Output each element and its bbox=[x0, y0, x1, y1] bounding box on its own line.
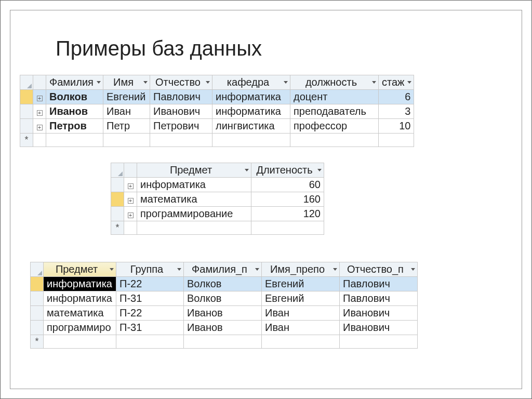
table-row[interactable]: + Волков Евгений Павлович информатика до… bbox=[20, 90, 414, 104]
col-patronym[interactable]: Отчество bbox=[150, 75, 212, 90]
cell[interactable]: Иванов bbox=[184, 306, 262, 321]
row-selector[interactable] bbox=[20, 90, 33, 104]
row-selector[interactable] bbox=[20, 119, 33, 134]
col-position[interactable]: должность bbox=[290, 75, 379, 90]
col-seniority[interactable]: стаж bbox=[379, 75, 414, 90]
table-row[interactable]: информатика П-31 Волков Евгений Павлович bbox=[31, 291, 418, 306]
cell[interactable]: Иванович bbox=[340, 306, 418, 321]
cell[interactable]: доцент bbox=[290, 90, 379, 104]
new-row[interactable]: * bbox=[111, 221, 324, 235]
cell[interactable]: преподаватель bbox=[290, 104, 379, 119]
cell[interactable]: П-31 bbox=[116, 321, 184, 335]
cell[interactable]: Волков bbox=[184, 291, 262, 306]
cell[interactable]: 3 bbox=[379, 104, 414, 119]
cell[interactable]: Павлович bbox=[340, 277, 418, 291]
chevron-down-icon[interactable] bbox=[143, 80, 148, 85]
cell[interactable]: математика bbox=[137, 192, 251, 207]
cell[interactable]: информатика bbox=[212, 104, 290, 119]
cell[interactable]: Петров bbox=[46, 119, 103, 134]
col-subject[interactable]: Предмет bbox=[137, 163, 251, 178]
col-firstname[interactable]: Имя bbox=[103, 75, 150, 90]
cell[interactable]: Иван bbox=[103, 104, 150, 119]
table-row[interactable]: + Иванов Иван Иванович информатика препо… bbox=[20, 104, 414, 119]
expand-button[interactable]: + bbox=[33, 119, 46, 134]
cell[interactable]: информатика bbox=[137, 178, 251, 192]
cell[interactable]: 6 bbox=[379, 90, 414, 104]
cell-selected[interactable]: информатика bbox=[44, 277, 116, 291]
cell[interactable]: Иванов bbox=[184, 321, 262, 335]
row-selector[interactable] bbox=[31, 321, 44, 335]
cell[interactable]: Евгений bbox=[262, 277, 340, 291]
cell[interactable]: Павлович bbox=[150, 90, 212, 104]
cell[interactable]: П-31 bbox=[116, 291, 184, 306]
table-row[interactable]: информатика П-22 Волков Евгений Павлович bbox=[31, 277, 418, 291]
new-row[interactable]: * bbox=[20, 134, 414, 147]
expand-button[interactable]: + bbox=[33, 90, 46, 104]
table-row[interactable]: + программирование 120 bbox=[111, 207, 324, 221]
chevron-down-icon[interactable] bbox=[177, 267, 182, 272]
new-row-marker[interactable]: * bbox=[31, 335, 44, 349]
cell[interactable]: П-22 bbox=[116, 277, 184, 291]
corner-cell[interactable] bbox=[20, 75, 33, 90]
chevron-down-icon[interactable] bbox=[332, 267, 338, 272]
table-row[interactable]: + информатика 60 bbox=[111, 178, 324, 192]
col-lastname[interactable]: Фамилия_п bbox=[184, 262, 262, 277]
new-row-marker[interactable]: * bbox=[111, 221, 124, 235]
cell[interactable]: Петрович bbox=[150, 119, 212, 134]
col-lastname[interactable]: Фамилия bbox=[46, 75, 103, 90]
expand-button[interactable]: + bbox=[33, 104, 46, 119]
table-row[interactable]: математика П-22 Иванов Иван Иванович bbox=[31, 306, 418, 321]
cell[interactable]: математика bbox=[44, 306, 116, 321]
cell[interactable]: 120 bbox=[251, 207, 324, 221]
table-row[interactable]: программиро П-31 Иванов Иван Иванович bbox=[31, 321, 418, 335]
cell[interactable]: Петр bbox=[103, 119, 150, 134]
new-row-marker[interactable]: * bbox=[20, 134, 33, 147]
cell[interactable]: 60 bbox=[251, 178, 324, 192]
row-selector[interactable] bbox=[31, 291, 44, 306]
expand-button[interactable]: + bbox=[124, 192, 137, 207]
cell[interactable]: Волков bbox=[46, 90, 103, 104]
cell[interactable]: 160 bbox=[251, 192, 324, 207]
chevron-down-icon[interactable] bbox=[109, 267, 114, 272]
new-row[interactable]: * bbox=[31, 335, 418, 349]
chevron-down-icon[interactable] bbox=[371, 80, 377, 85]
table-row[interactable]: + математика 160 bbox=[111, 192, 324, 207]
expand-button[interactable]: + bbox=[124, 178, 137, 192]
col-dept[interactable]: кафедра bbox=[212, 75, 290, 90]
cell[interactable]: Павлович bbox=[340, 291, 418, 306]
cell[interactable]: Иван bbox=[262, 321, 340, 335]
cell[interactable]: Волков bbox=[184, 277, 262, 291]
cell[interactable]: программирование bbox=[137, 207, 251, 221]
row-selector[interactable] bbox=[20, 104, 33, 119]
cell[interactable]: лингвистика bbox=[212, 119, 290, 134]
chevron-down-icon[interactable] bbox=[283, 80, 288, 85]
corner-cell[interactable] bbox=[31, 262, 44, 277]
cell[interactable]: Иванович bbox=[340, 321, 418, 335]
chevron-down-icon[interactable] bbox=[407, 80, 412, 85]
row-selector[interactable] bbox=[31, 277, 44, 291]
table-row[interactable]: + Петров Петр Петрович лингвистика профе… bbox=[20, 119, 414, 134]
col-group[interactable]: Группа bbox=[116, 262, 184, 277]
cell[interactable]: Евгений bbox=[262, 291, 340, 306]
col-firstname[interactable]: Имя_препо bbox=[262, 262, 340, 277]
row-selector[interactable] bbox=[111, 178, 124, 192]
chevron-down-icon[interactable] bbox=[244, 168, 249, 173]
row-selector[interactable] bbox=[111, 192, 124, 207]
cell[interactable]: Иван bbox=[262, 306, 340, 321]
chevron-down-icon[interactable] bbox=[410, 267, 416, 272]
cell[interactable]: программиро bbox=[44, 321, 116, 335]
chevron-down-icon[interactable] bbox=[205, 80, 210, 85]
col-subject[interactable]: Предмет bbox=[44, 262, 116, 277]
chevron-down-icon[interactable] bbox=[255, 267, 260, 272]
cell[interactable]: 10 bbox=[379, 119, 414, 134]
cell[interactable]: информатика bbox=[212, 90, 290, 104]
row-selector[interactable] bbox=[111, 207, 124, 221]
cell[interactable]: профессор bbox=[290, 119, 379, 134]
col-duration[interactable]: Длитеность bbox=[251, 163, 324, 178]
cell[interactable]: Иванович bbox=[150, 104, 212, 119]
row-selector[interactable] bbox=[31, 306, 44, 321]
chevron-down-icon[interactable] bbox=[317, 168, 322, 173]
cell[interactable]: Иванов bbox=[46, 104, 103, 119]
chevron-down-icon[interactable] bbox=[96, 80, 101, 85]
cell[interactable]: информатика bbox=[44, 291, 116, 306]
